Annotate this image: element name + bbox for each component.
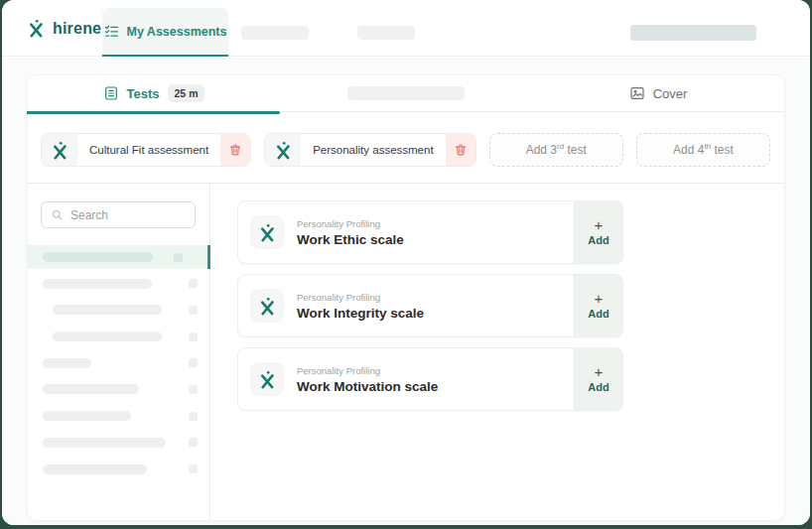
selected-test-chip[interactable]: Personality assessment (264, 133, 475, 167)
skeleton-count (189, 438, 198, 447)
selected-test-name: Personality assessment (301, 134, 445, 166)
skeleton-bar (43, 384, 139, 394)
skeleton-bar (43, 252, 153, 262)
selected-tests-row: Cultural Fit assessment Personality asse… (28, 112, 784, 188)
builder-tabs: Tests 25 m Cover (28, 75, 784, 112)
hirenest-x-person-icon (265, 134, 301, 166)
add-third-test-button[interactable]: Add 3rd test (489, 133, 623, 167)
header-nav-placeholder-2[interactable] (357, 26, 415, 40)
duration-badge: 25 m (168, 84, 205, 102)
category-item[interactable] (28, 298, 209, 322)
skeleton-bar (53, 331, 162, 341)
add-fourth-test-button[interactable]: Add 4th test (636, 133, 770, 167)
tab-cover[interactable]: Cover (532, 75, 784, 111)
search-input[interactable] (70, 208, 186, 222)
category-list (28, 245, 209, 481)
skeleton-count (189, 332, 198, 341)
search-box[interactable] (41, 201, 196, 228)
app-window: hirenest My Assessments Tests 25 m (2, 0, 810, 525)
skeleton-count (189, 279, 198, 288)
hirenest-x-person-icon (27, 19, 46, 38)
assessment-builder-card: Tests 25 m Cover Cultural Fit assessment (27, 74, 785, 521)
skeleton-count (189, 412, 198, 421)
tab-cover-label: Cover (653, 86, 688, 101)
test-result-card: Personality Profiling Work Ethic scale +… (237, 200, 623, 264)
checklist-icon (104, 24, 119, 39)
category-item[interactable] (28, 404, 209, 428)
tab-tests[interactable]: Tests 25 m (28, 75, 280, 111)
hirenest-x-person-icon (250, 362, 284, 396)
selected-test-chip[interactable]: Cultural Fit assessment (41, 133, 251, 167)
hirenest-x-person-icon (250, 289, 284, 323)
plus-icon: + (595, 292, 604, 306)
skeleton-bar (43, 358, 91, 368)
add-label: Add (588, 234, 609, 246)
tab-placeholder-bar (347, 86, 465, 100)
test-category: Personality Profiling (297, 292, 424, 303)
tab-tests-label: Tests (127, 86, 160, 101)
add-test-button[interactable]: + Add (574, 348, 622, 410)
hirenest-x-person-icon (42, 134, 77, 166)
page-background: Tests 25 m Cover Cultural Fit assessment (2, 58, 810, 525)
header-action-placeholder[interactable] (630, 25, 756, 41)
skeleton-bar (53, 305, 162, 315)
skeleton-bar (43, 411, 131, 421)
add-label: Add (588, 308, 609, 320)
skeleton-bar (43, 279, 152, 289)
test-info: Personality Profiling Work Integrity sca… (297, 292, 424, 321)
test-title: Work Ethic scale (297, 232, 404, 247)
category-item[interactable] (28, 272, 209, 296)
delete-test-button[interactable] (446, 134, 475, 166)
header-nav-placeholder-1[interactable] (241, 26, 309, 40)
test-title: Work Integrity scale (297, 306, 424, 321)
plus-icon: + (595, 365, 604, 379)
test-catalog-sidebar (28, 184, 210, 520)
list-card-icon (103, 85, 119, 101)
top-header: hirenest My Assessments (2, 0, 810, 57)
category-item[interactable] (28, 458, 209, 481)
test-info: Personality Profiling Work Motivation sc… (297, 365, 438, 394)
skeleton-bar (43, 438, 166, 448)
skeleton-count (189, 358, 198, 367)
trash-icon (228, 143, 242, 157)
add-label: Add (588, 381, 609, 393)
trash-icon (454, 143, 468, 157)
skeleton-bar (43, 464, 147, 474)
plus-icon: + (595, 218, 604, 232)
skeleton-count (174, 253, 183, 262)
test-result-card: Personality Profiling Work Motivation sc… (237, 347, 623, 411)
test-category: Personality Profiling (297, 218, 404, 229)
skeleton-count (189, 464, 198, 473)
delete-test-button[interactable] (220, 134, 250, 166)
category-item-active[interactable] (28, 245, 209, 269)
test-title: Work Motivation scale (297, 379, 438, 394)
builder-body: Personality Profiling Work Ethic scale +… (28, 183, 784, 520)
selected-test-name: Cultural Fit assessment (77, 134, 220, 166)
test-info: Personality Profiling Work Ethic scale (297, 218, 404, 247)
category-item[interactable] (28, 377, 209, 401)
hirenest-x-person-icon (250, 215, 284, 249)
skeleton-count (189, 385, 198, 394)
tab-placeholder[interactable] (280, 75, 532, 111)
category-item[interactable] (28, 325, 209, 348)
category-item[interactable] (28, 351, 209, 375)
add-slot-label: Add 3rd test (526, 143, 587, 157)
image-icon (629, 85, 645, 101)
add-slot-label: Add 4th test (673, 143, 734, 157)
test-category: Personality Profiling (297, 365, 438, 376)
skeleton-count (189, 306, 198, 315)
nav-tab-my-assessments[interactable]: My Assessments (102, 8, 228, 57)
nav-tab-label: My Assessments (127, 25, 227, 39)
add-test-button[interactable]: + Add (574, 275, 622, 336)
add-test-button[interactable]: + Add (574, 201, 622, 263)
search-icon (51, 208, 64, 221)
category-item[interactable] (28, 431, 209, 455)
test-results-list: Personality Profiling Work Ethic scale +… (210, 184, 784, 520)
test-result-card: Personality Profiling Work Integrity sca… (237, 274, 623, 337)
